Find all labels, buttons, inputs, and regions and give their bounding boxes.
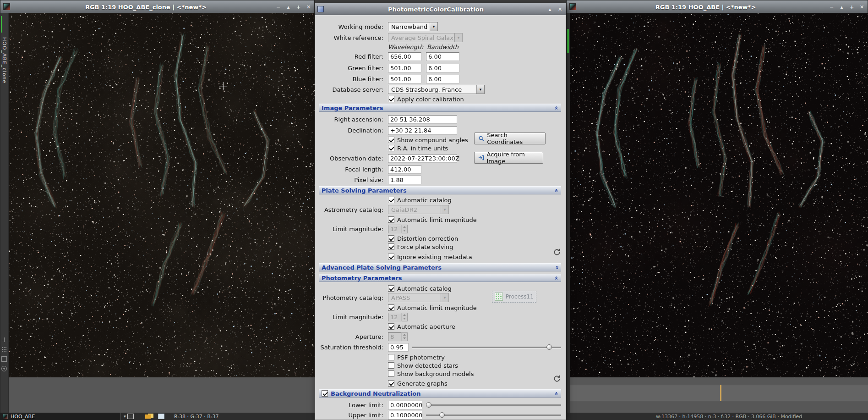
working-mode-label: Working mode: (319, 23, 386, 30)
section-advanced-plate-solving[interactable]: Advanced Plate Solving Parameters « (319, 263, 561, 271)
expand-icon[interactable]: « (553, 265, 559, 269)
blue-bandwidth-field[interactable]: 6.00 (426, 75, 459, 83)
working-mode-select[interactable]: Narrowband ▾ (388, 22, 438, 31)
ra-time-units-checkbox[interactable] (388, 145, 394, 151)
view-tab-label[interactable]: HOO_ABE_clone (1, 37, 7, 83)
grid-icon[interactable] (1, 347, 7, 352)
search-coordinates-button[interactable]: Search Coordinates (474, 133, 546, 144)
blue-wavelength-field[interactable]: 501.00 (388, 75, 421, 83)
collapse-icon[interactable]: « (553, 106, 559, 110)
collapse-icon[interactable]: « (553, 276, 559, 280)
process-icon (317, 6, 324, 12)
right-window-titlebar[interactable]: RGB 1:19 HOO_ABE | <*new*> − ▴ + ✕ (567, 0, 868, 13)
crosshair-icon[interactable] (1, 337, 7, 343)
image-window-icon (3, 3, 10, 10)
process-thumbnail-icon (495, 293, 503, 301)
red-wavelength-field[interactable]: 656.00 (388, 52, 421, 61)
left-window-titlebar[interactable]: RGB 1:19 HOO_ABE_clone | <*new*> − ▴ + ✕ (0, 0, 314, 13)
reset-photometry-icon[interactable] (553, 375, 562, 384)
upper-limit-field[interactable]: 0.1000000 (388, 411, 422, 420)
spin-arrows-icon (402, 332, 408, 341)
declination-field[interactable]: +30 32 21.84 (388, 126, 457, 135)
reset-plate-solving-icon[interactable] (553, 248, 562, 257)
background-neutralization-checkbox[interactable] (322, 390, 328, 397)
workspace-folders-icon[interactable] (145, 414, 154, 419)
apply-color-calibration-checkbox[interactable] (388, 96, 394, 102)
dropdown-arrow-icon[interactable]: ▾ (476, 85, 484, 94)
zoom-icon[interactable]: + (848, 4, 855, 11)
database-server-select[interactable]: CDS Strasbourg, France ▾ (388, 85, 485, 94)
target-icon[interactable] (1, 366, 7, 371)
slider-thumb[interactable] (439, 412, 445, 418)
collapse-icon[interactable]: « (553, 392, 559, 395)
section-photometry-parameters[interactable]: Photometry Parameters « (319, 274, 561, 282)
spin-arrows-icon (402, 313, 408, 321)
shade-icon[interactable]: ▴ (285, 4, 292, 11)
observation-date-field[interactable]: 2022-07-22T23:00:00Z (388, 154, 457, 163)
mask-icon[interactable] (158, 414, 164, 419)
saturation-threshold-field[interactable]: 0.95 (388, 343, 409, 352)
section-background-neutralization[interactable]: Background Neutralization « (319, 389, 561, 398)
close-icon[interactable]: ✕ (858, 4, 865, 11)
dropdown-arrow-icon[interactable]: ▾ (430, 22, 437, 31)
iconize-icon[interactable]: − (275, 4, 282, 11)
frame-icon[interactable] (1, 356, 7, 362)
ignore-existing-metadata-checkbox[interactable] (388, 254, 394, 260)
focal-length-field[interactable]: 412.00 (388, 165, 421, 174)
pixel-size-label: Pixel size: (319, 177, 386, 183)
section-image-parameters[interactable]: Image Parameters « (319, 104, 561, 112)
focal-length-label: Focal length: (319, 166, 386, 173)
slider-thumb[interactable] (426, 402, 431, 408)
window-thumbnail-icon (3, 414, 8, 419)
right-view-tab-strip (567, 13, 570, 413)
saturation-threshold-slider[interactable] (412, 343, 561, 351)
green-bandwidth-field[interactable]: 6.00 (426, 64, 459, 72)
slider-thumb[interactable] (546, 344, 552, 350)
iconized-window-button[interactable]: HOO_ABE (0, 413, 121, 420)
ps-automatic-limit-magnitude-label: Automatic limit magnitude (397, 216, 477, 223)
zoom-icon[interactable]: + (295, 4, 302, 11)
generate-graphs-checkbox[interactable] (388, 380, 394, 387)
ps-automatic-limit-magnitude-checkbox[interactable] (388, 216, 394, 223)
ps-automatic-catalog-checkbox[interactable] (388, 197, 394, 203)
navigation-position-marker[interactable] (720, 385, 721, 401)
acquire-from-image-button[interactable]: Acquire from Image (474, 152, 543, 164)
ph-automatic-limit-magnitude-checkbox[interactable] (388, 304, 394, 311)
lower-limit-field[interactable]: 0.0000000 (388, 401, 422, 409)
pixel-size-field[interactable]: 1.88 (388, 176, 421, 184)
iconize-icon[interactable]: − (828, 4, 835, 11)
shade-icon[interactable]: ▴ (838, 4, 845, 11)
navigation-strip[interactable] (570, 385, 868, 401)
right-ascension-label: Right ascension: (319, 116, 386, 123)
distortion-correction-checkbox[interactable] (388, 235, 394, 242)
collapse-icon[interactable]: « (553, 188, 559, 192)
right-image-view[interactable] (570, 13, 868, 377)
ph-automatic-catalog-label: Automatic catalog (397, 285, 452, 292)
show-detected-stars-label: Show detected stars (397, 362, 458, 369)
right-ascension-field[interactable]: 20 51 36.208 (388, 115, 457, 124)
automatic-aperture-checkbox[interactable] (388, 323, 394, 330)
active-view-indicator (567, 29, 569, 53)
psf-photometry-checkbox[interactable] (388, 354, 394, 360)
upper-limit-slider[interactable] (426, 411, 561, 419)
red-bandwidth-field[interactable]: 6.00 (426, 52, 459, 61)
close-icon[interactable]: ✕ (305, 4, 312, 11)
left-image-view[interactable] (9, 13, 315, 377)
saturation-threshold-label: Saturation threshold: (319, 344, 386, 351)
ph-automatic-catalog-checkbox[interactable] (388, 285, 394, 292)
dialog-titlebar[interactable]: PhotometricColorCalibration ▴ ✕ (315, 3, 566, 15)
show-detected-stars-checkbox[interactable] (388, 362, 394, 369)
screen-mode-icon[interactable] (127, 414, 134, 419)
shade-icon[interactable]: ▴ (546, 6, 553, 13)
ph-limit-magnitude-spinner: 12 (388, 313, 408, 321)
ph-automatic-limit-magnitude-label: Automatic limit magnitude (397, 304, 477, 311)
bandwidth-column-header: Bandwidth (426, 44, 459, 50)
section-plate-solving-parameters[interactable]: Plate Solving Parameters « (319, 186, 561, 194)
observation-date-label: Observation date: (319, 155, 386, 162)
close-icon[interactable]: ✕ (557, 6, 563, 13)
force-plate-solving-checkbox[interactable] (388, 243, 394, 250)
show-background-models-checkbox[interactable] (388, 370, 394, 377)
show-compound-angles-checkbox[interactable] (388, 137, 394, 143)
lower-limit-slider[interactable] (426, 401, 561, 409)
green-wavelength-field[interactable]: 501.00 (388, 64, 421, 72)
